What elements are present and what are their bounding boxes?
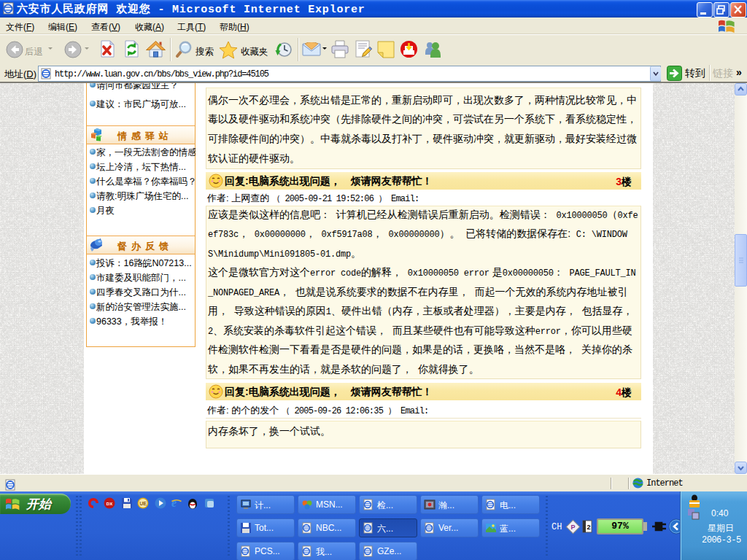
svg-text:UE: UE xyxy=(139,501,147,506)
svg-text:DX: DX xyxy=(107,502,112,506)
svg-text:2: 2 xyxy=(587,524,590,531)
svg-text:e: e xyxy=(171,497,177,509)
svg-text:P: P xyxy=(570,524,575,531)
